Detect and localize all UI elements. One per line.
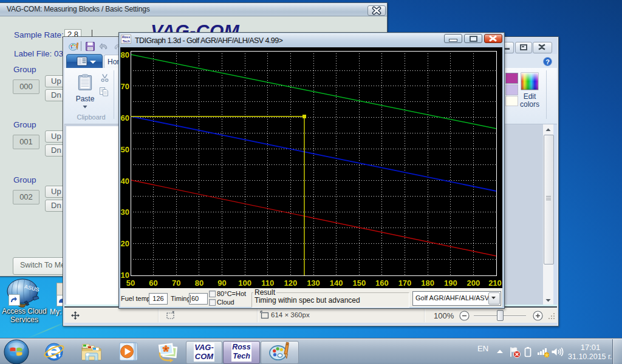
svg-text:20: 20 xyxy=(121,239,129,248)
svg-text:60: 60 xyxy=(121,113,129,123)
svg-text:60: 60 xyxy=(149,278,157,288)
svg-text:180: 180 xyxy=(421,278,434,288)
svg-text:130: 130 xyxy=(307,278,320,288)
svg-text:100: 100 xyxy=(238,278,251,288)
svg-text:110: 110 xyxy=(261,278,274,288)
svg-text:80: 80 xyxy=(195,278,203,288)
svg-text:80: 80 xyxy=(121,50,129,59)
svg-text:30: 30 xyxy=(121,207,129,217)
svg-text:170: 170 xyxy=(398,278,412,288)
svg-text:120: 120 xyxy=(284,278,298,288)
svg-text:70: 70 xyxy=(172,278,180,288)
svg-text:50: 50 xyxy=(121,145,129,154)
svg-text:70: 70 xyxy=(121,82,129,91)
svg-text:90: 90 xyxy=(217,278,226,288)
svg-text:50: 50 xyxy=(126,278,135,288)
svg-text:200: 200 xyxy=(467,278,480,288)
svg-text:160: 160 xyxy=(375,278,389,288)
svg-text:?: ? xyxy=(545,58,550,66)
svg-text:150: 150 xyxy=(352,278,366,288)
svg-text:140: 140 xyxy=(330,278,343,288)
svg-text:190: 190 xyxy=(444,278,457,288)
svg-text:210: 210 xyxy=(488,278,502,288)
svg-text:40: 40 xyxy=(121,177,129,186)
